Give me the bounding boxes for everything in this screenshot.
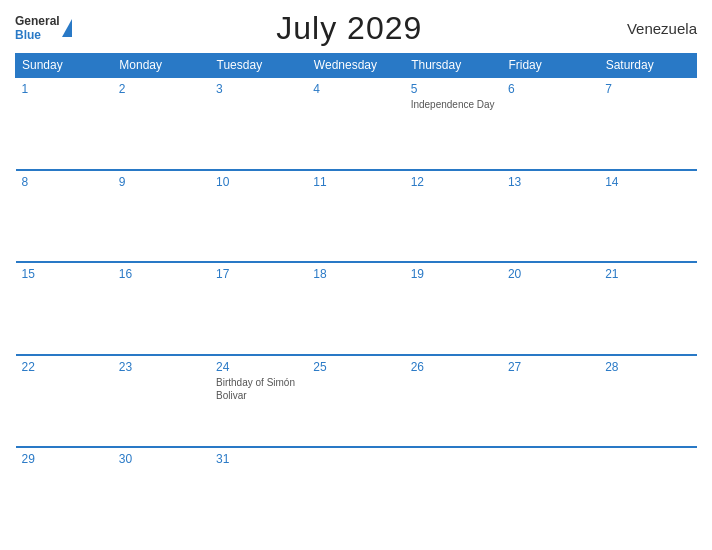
month-title: July 2029	[276, 10, 422, 47]
calendar-week-row: 222324Birthday of Simón Bolivar25262728	[16, 355, 697, 448]
day-number: 11	[313, 175, 398, 189]
calendar-cell: 19	[405, 262, 502, 355]
day-number: 1	[22, 82, 107, 96]
logo-text: General Blue	[15, 15, 60, 41]
calendar-cell	[502, 447, 599, 540]
calendar-cell: 3	[210, 77, 307, 170]
calendar-cell	[405, 447, 502, 540]
day-number: 12	[411, 175, 496, 189]
day-number: 15	[22, 267, 107, 281]
day-number: 8	[22, 175, 107, 189]
logo-triangle-icon	[62, 19, 72, 37]
logo-blue-text: Blue	[15, 29, 60, 42]
header-wednesday: Wednesday	[307, 54, 404, 78]
day-number: 25	[313, 360, 398, 374]
calendar-cell: 1	[16, 77, 113, 170]
calendar-week-row: 15161718192021	[16, 262, 697, 355]
calendar-cell: 9	[113, 170, 210, 263]
day-number: 5	[411, 82, 496, 96]
day-number: 31	[216, 452, 301, 466]
calendar-cell: 24Birthday of Simón Bolivar	[210, 355, 307, 448]
calendar-cell: 2	[113, 77, 210, 170]
calendar-container: General Blue July 2029 Venezuela Sunday …	[0, 0, 712, 550]
calendar-cell: 5Independence Day	[405, 77, 502, 170]
calendar-cell: 21	[599, 262, 696, 355]
calendar-cell: 10	[210, 170, 307, 263]
day-number: 23	[119, 360, 204, 374]
calendar-cell	[599, 447, 696, 540]
day-number: 14	[605, 175, 690, 189]
day-number: 28	[605, 360, 690, 374]
day-number: 17	[216, 267, 301, 281]
calendar-cell: 8	[16, 170, 113, 263]
calendar-cell: 13	[502, 170, 599, 263]
day-number: 22	[22, 360, 107, 374]
calendar-cell: 27	[502, 355, 599, 448]
day-number: 6	[508, 82, 593, 96]
calendar-cell	[307, 447, 404, 540]
logo: General Blue	[15, 15, 72, 41]
calendar-cell: 29	[16, 447, 113, 540]
header-friday: Friday	[502, 54, 599, 78]
logo-general-text: General	[15, 15, 60, 28]
calendar-cell: 30	[113, 447, 210, 540]
calendar-cell: 25	[307, 355, 404, 448]
calendar-cell: 26	[405, 355, 502, 448]
day-number: 24	[216, 360, 301, 374]
calendar-cell: 11	[307, 170, 404, 263]
calendar-week-row: 293031	[16, 447, 697, 540]
country-label: Venezuela	[627, 20, 697, 37]
calendar-cell: 14	[599, 170, 696, 263]
calendar-cell: 18	[307, 262, 404, 355]
header-saturday: Saturday	[599, 54, 696, 78]
day-number: 18	[313, 267, 398, 281]
holiday-name: Birthday of Simón Bolivar	[216, 376, 301, 402]
calendar-cell: 28	[599, 355, 696, 448]
calendar-cell: 20	[502, 262, 599, 355]
header-tuesday: Tuesday	[210, 54, 307, 78]
day-number: 10	[216, 175, 301, 189]
day-number: 4	[313, 82, 398, 96]
calendar-cell: 16	[113, 262, 210, 355]
calendar-cell: 17	[210, 262, 307, 355]
day-number: 20	[508, 267, 593, 281]
calendar-cell: 6	[502, 77, 599, 170]
calendar-cell: 12	[405, 170, 502, 263]
calendar-cell: 7	[599, 77, 696, 170]
day-number: 19	[411, 267, 496, 281]
day-number: 9	[119, 175, 204, 189]
day-number: 21	[605, 267, 690, 281]
day-number: 7	[605, 82, 690, 96]
day-number: 29	[22, 452, 107, 466]
calendar-table: Sunday Monday Tuesday Wednesday Thursday…	[15, 53, 697, 540]
header-sunday: Sunday	[16, 54, 113, 78]
day-number: 30	[119, 452, 204, 466]
calendar-header: General Blue July 2029 Venezuela	[15, 10, 697, 47]
calendar-cell: 22	[16, 355, 113, 448]
calendar-week-row: 12345Independence Day67	[16, 77, 697, 170]
day-number: 16	[119, 267, 204, 281]
holiday-name: Independence Day	[411, 98, 496, 111]
calendar-cell: 15	[16, 262, 113, 355]
weekday-header-row: Sunday Monday Tuesday Wednesday Thursday…	[16, 54, 697, 78]
calendar-cell: 4	[307, 77, 404, 170]
day-number: 2	[119, 82, 204, 96]
day-number: 3	[216, 82, 301, 96]
calendar-cell: 23	[113, 355, 210, 448]
header-monday: Monday	[113, 54, 210, 78]
day-number: 26	[411, 360, 496, 374]
day-number: 13	[508, 175, 593, 189]
calendar-cell: 31	[210, 447, 307, 540]
header-thursday: Thursday	[405, 54, 502, 78]
calendar-week-row: 891011121314	[16, 170, 697, 263]
day-number: 27	[508, 360, 593, 374]
